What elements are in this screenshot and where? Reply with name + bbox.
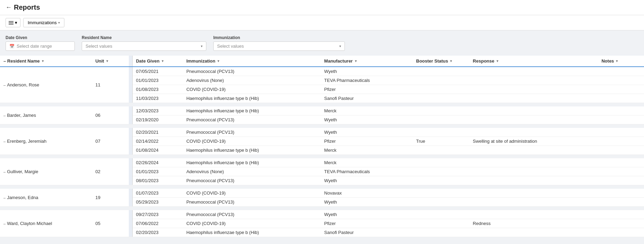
cell-resident-name: –Erenberg, Jeremiah (0, 128, 92, 155)
cell-unit: 19 (92, 189, 128, 207)
cell-notes (598, 176, 644, 185)
collapse-icon[interactable]: – (3, 139, 6, 143)
table-row: –Ward, Clayton Michael0509/27/2023Pneumo… (0, 210, 644, 219)
resident-select-arrow-icon: ▾ (201, 44, 203, 48)
cell-date: 01/08/2024 (132, 146, 183, 155)
cell-response (469, 85, 598, 94)
cell-date: 07/05/2021 (132, 67, 183, 76)
cell-resident-name: –Gulliver, Margie (0, 158, 92, 185)
collapse-icon[interactable]: – (3, 222, 6, 226)
date-given-input[interactable]: 📅 Select date range (6, 41, 75, 51)
cell-response (469, 76, 598, 85)
collapse-icon[interactable]: – (3, 170, 6, 174)
sort-icon-date[interactable]: ▾ (162, 59, 163, 63)
cell-booster-status (413, 219, 469, 228)
col-separator-cell (129, 189, 133, 207)
resident-name-select[interactable]: Select values ▾ (82, 41, 206, 51)
collapse-icon[interactable]: – (3, 83, 6, 87)
col-header-manufacturer[interactable]: Manufacturer ▾ (321, 56, 412, 67)
cell-notes (598, 76, 644, 85)
date-given-label: Date Given (6, 35, 75, 40)
cell-manufacturer: Wyeth (321, 198, 412, 207)
tab-chevron-icon: ▾ (58, 21, 60, 25)
cell-booster-status (413, 115, 469, 124)
sort-icon-booster[interactable]: ▾ (450, 59, 452, 63)
cell-booster-status (413, 76, 469, 85)
cell-booster-status (413, 228, 469, 237)
cell-date: 09/27/2023 (132, 210, 183, 219)
cell-booster-status: True (413, 137, 469, 146)
cell-notes (598, 137, 644, 146)
cell-response (469, 198, 598, 207)
cell-booster-status (413, 189, 469, 198)
cell-response (469, 228, 598, 237)
cell-notes (598, 115, 644, 124)
cell-booster-status (413, 106, 469, 115)
spacer-cell (0, 155, 644, 159)
resident-name-label: Resident Name (82, 35, 206, 40)
cell-manufacturer: TEVA Pharmaceuticals (321, 76, 412, 85)
col-header-immunization[interactable]: Immunization ▾ (183, 56, 321, 67)
sort-icon-notes[interactable]: ▾ (616, 59, 618, 63)
spacer-cell (0, 185, 644, 189)
cell-response (469, 128, 598, 137)
sort-icon-immunization[interactable]: ▾ (217, 59, 219, 63)
cell-notes (598, 94, 644, 103)
col-separator-cell (129, 210, 133, 237)
resident-name-value: Ward, Clayton Michael (7, 221, 52, 226)
table-row: –Anderson, Rose1107/05/2021Pneumococcal … (0, 67, 644, 76)
menu-button[interactable]: ▾ (6, 18, 20, 27)
cell-date: 02/20/2023 (132, 228, 183, 237)
col-label-unit: Unit (95, 58, 104, 64)
sort-icon-unit[interactable]: ▾ (106, 59, 108, 63)
cell-manufacturer: Pfizer (321, 85, 412, 94)
col-label-booster-status: Booster Status (416, 58, 448, 64)
col-label-notes: Notes (601, 58, 614, 64)
cell-response (469, 106, 598, 115)
immunizations-tab[interactable]: Immunizations ▾ (23, 18, 64, 27)
group-spacer (0, 185, 644, 189)
cell-date: 07/06/2022 (132, 219, 183, 228)
immunizations-table: – Resident Name ▾ Unit ▾ Date Given ▾ (0, 56, 644, 237)
cell-date: 01/07/2023 (132, 189, 183, 198)
col-header-notes[interactable]: Notes ▾ (598, 56, 644, 67)
spacer-cell (0, 207, 644, 210)
cell-manufacturer: TEVA Pharmaceuticals (321, 167, 412, 176)
cell-notes (598, 219, 644, 228)
col-header-date-given[interactable]: Date Given ▾ (132, 56, 183, 67)
cell-date: 02/14/2022 (132, 137, 183, 146)
resident-name-value: Erenberg, Jeremiah (7, 139, 46, 144)
col-header-unit[interactable]: Unit ▾ (92, 56, 128, 67)
calendar-icon: 📅 (9, 44, 15, 49)
resident-name-placeholder: Select values (86, 44, 112, 49)
cell-immunization: COVID (COVID-19) (183, 189, 321, 198)
col-header-resident-name[interactable]: – Resident Name ▾ (0, 56, 92, 67)
cell-manufacturer: Merck (321, 146, 412, 155)
collapse-icon[interactable]: – (3, 196, 6, 200)
immunization-select[interactable]: Select values ▾ (213, 41, 345, 51)
cell-booster-status (413, 128, 469, 137)
col-separator (129, 56, 133, 67)
cell-manufacturer: Wyeth (321, 128, 412, 137)
col-header-booster-status[interactable]: Booster Status ▾ (413, 56, 469, 67)
cell-booster-status (413, 146, 469, 155)
immunization-filter: Immunization Select values ▾ (213, 35, 345, 51)
immunization-select-arrow-icon: ▾ (339, 44, 341, 48)
resident-name-value: Jameson, Edna (7, 195, 38, 200)
back-button[interactable]: ← (6, 4, 12, 11)
sort-icon-manufacturer[interactable]: ▾ (355, 59, 357, 63)
cell-booster-status (413, 167, 469, 176)
col-separator-cell (129, 128, 133, 155)
page-title: Reports (14, 3, 40, 11)
data-table-container: – Resident Name ▾ Unit ▾ Date Given ▾ (0, 56, 644, 237)
cell-unit: 07 (92, 128, 128, 155)
collapse-icon[interactable]: – (3, 113, 6, 118)
col-header-response[interactable]: Response ▾ (469, 56, 598, 67)
sort-icon-resident[interactable]: ▾ (42, 59, 44, 63)
cell-unit: 11 (92, 67, 128, 103)
cell-booster-status (413, 210, 469, 219)
cell-response (469, 189, 598, 198)
cell-date: 12/03/2023 (132, 106, 183, 115)
sort-icon-response[interactable]: ▾ (497, 59, 498, 63)
cell-response (469, 67, 598, 76)
